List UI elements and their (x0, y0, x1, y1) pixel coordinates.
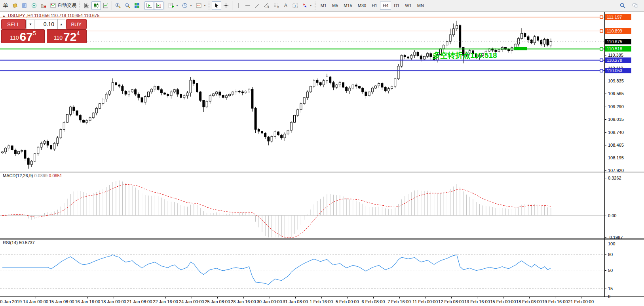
time-tick-mark (399, 297, 400, 298)
time-tick-mark (140, 297, 140, 298)
periods-button[interactable]: ▼ (180, 1, 194, 10)
cursor-tool-icon[interactable] (212, 1, 221, 10)
time-tick-mark (87, 297, 88, 298)
macd-scale-tick (604, 237, 606, 238)
autotrading-button[interactable]: 自动交易 (48, 1, 78, 10)
volume-input[interactable]: 0.10 (35, 19, 57, 29)
price-tick-label: 108.465 (608, 142, 624, 148)
dropdown-caret-icon: ▼ (190, 4, 192, 7)
time-tick-mark (270, 297, 270, 298)
timeframe-m30[interactable]: M30 (355, 2, 369, 10)
bar-chart-mode-icon[interactable] (82, 1, 91, 10)
time-tick-label: 21 Feb 00:00 (568, 299, 594, 304)
timeframe-h4[interactable]: H4 (380, 2, 391, 10)
horizontal-line-tool-icon[interactable] (243, 1, 253, 10)
timeframe-m1[interactable]: M1 (318, 2, 329, 10)
macd-pane-splitter[interactable] (0, 171, 644, 172)
mt4-window: 单 自动交易 ▼ ▼ ▼ E F A T ▼ (0, 0, 644, 306)
buy-button[interactable]: BUY (66, 19, 87, 29)
gold-market-icon[interactable] (10, 1, 20, 10)
chart-window: ▲ USDJPY-,H4 110.656 110.718 110.654 110… (0, 11, 644, 306)
timeframe-m5[interactable]: M5 (329, 2, 341, 10)
zoom-out-icon[interactable] (123, 1, 132, 10)
svg-text:F: F (277, 6, 279, 8)
new-order-button[interactable]: 单 (1, 1, 10, 10)
volume-decrease-button[interactable]: ▼ (27, 19, 34, 29)
market-folder-icon[interactable] (39, 1, 48, 10)
macd-scale-label: 0.3262 (608, 175, 621, 181)
chat-icon[interactable] (631, 1, 640, 10)
autotrading-icon (50, 2, 56, 9)
time-tick-mark (243, 297, 244, 298)
data-window-icon[interactable] (20, 1, 29, 10)
price-line-badge: 110.899 (605, 28, 631, 34)
crosshair-tool-icon[interactable] (221, 1, 231, 10)
timeframe-d1[interactable]: D1 (391, 2, 402, 10)
svg-text:E: E (268, 6, 269, 8)
channel-tool-icon[interactable]: E (262, 1, 272, 10)
text-tool-icon[interactable]: A (281, 1, 291, 10)
buy-price-button[interactable]: 110724 (47, 29, 87, 43)
candlestick-mode-icon[interactable] (91, 1, 101, 10)
timeframe-w1[interactable]: W1 (402, 2, 414, 10)
time-tick-label: 19 Feb 16:00 (542, 299, 568, 304)
search-icon[interactable] (618, 1, 627, 10)
zoom-in-icon[interactable] (113, 1, 123, 10)
sell-price-button[interactable]: 110675 (1, 29, 45, 43)
volume-increase-button[interactable]: ▲ (57, 19, 65, 29)
timeframe-h1[interactable]: H1 (369, 2, 380, 10)
signals-radar-icon[interactable] (29, 1, 39, 10)
buy-price-sup: 4 (76, 30, 80, 36)
rsi-scale-tick (604, 270, 606, 271)
price-tick-label: 107.920 (608, 168, 624, 173)
templates-button[interactable]: ▼ (194, 1, 208, 10)
timeframe-m15[interactable]: M15 (341, 2, 355, 10)
dropdown-caret-icon: ▼ (176, 4, 179, 7)
time-tick-label: 7 Feb 16:00 (388, 299, 411, 304)
price-tick-label: 109.290 (608, 104, 624, 109)
time-tick-mark (62, 297, 62, 298)
macd-value-main: 0.0399 (34, 173, 47, 178)
time-tick-mark (295, 297, 296, 298)
chart-plot-area[interactable] (0, 12, 604, 296)
rsi-scale-label: 100 (608, 241, 615, 247)
time-tick-label: 18 Feb 08:00 (516, 299, 542, 304)
time-tick-label: 24 Jan 00:00 (179, 299, 204, 304)
timeframe-mn[interactable]: MN (414, 2, 427, 10)
timeframe-group: M1M5M15M30H1H4D1W1MN (318, 2, 427, 10)
ohlc-high: 110.718 (51, 13, 66, 18)
chart-shift-icon[interactable] (154, 1, 163, 10)
sell-price-prefix: 110 (10, 34, 19, 41)
time-tick-mark (114, 297, 114, 298)
time-tick-mark (581, 297, 581, 298)
rsi-scale-tick (604, 244, 606, 244)
price-tick-label: 109.835 (608, 78, 624, 84)
trendline-tool-icon[interactable] (253, 1, 262, 10)
time-tick-label: 10 Jan 2019 (0, 299, 22, 304)
time-tick-mark (321, 297, 322, 298)
time-tick-label: 31 Jan 08:00 (283, 299, 308, 304)
auto-scroll-icon[interactable] (144, 1, 154, 10)
buy-price-main: 72 (63, 32, 76, 42)
vertical-line-tool-icon[interactable] (234, 1, 243, 10)
indicators-button[interactable]: ▼ (166, 1, 180, 10)
price-line-badge: 110.053 (605, 68, 631, 73)
fibonacci-tool-icon[interactable]: F (272, 1, 281, 10)
rsi-name: RSI(14) (3, 240, 18, 245)
toolbar-separator (232, 1, 232, 10)
line-chart-mode-icon[interactable] (101, 1, 110, 10)
tile-windows-icon[interactable] (132, 1, 142, 10)
time-tick-mark (36, 297, 36, 298)
main-toolbar: 单 自动交易 ▼ ▼ ▼ E F A T ▼ (0, 0, 644, 11)
rsi-pane-splitter[interactable] (0, 238, 644, 240)
time-tick-mark (10, 297, 10, 298)
dropdown-caret-icon: ▼ (203, 4, 206, 7)
text-label-tool-icon[interactable]: T (291, 1, 300, 10)
price-tick-mark (604, 132, 606, 133)
ohlc-open: 110.656 (34, 13, 49, 18)
sell-button[interactable]: SELL (1, 19, 26, 29)
ohlc-close: 110.675 (84, 13, 99, 18)
time-tick-label: 15 Jan 08:00 (49, 299, 74, 304)
arrows-tool-button[interactable]: ▼ (300, 1, 314, 10)
rsi-scale-tick (604, 254, 606, 255)
